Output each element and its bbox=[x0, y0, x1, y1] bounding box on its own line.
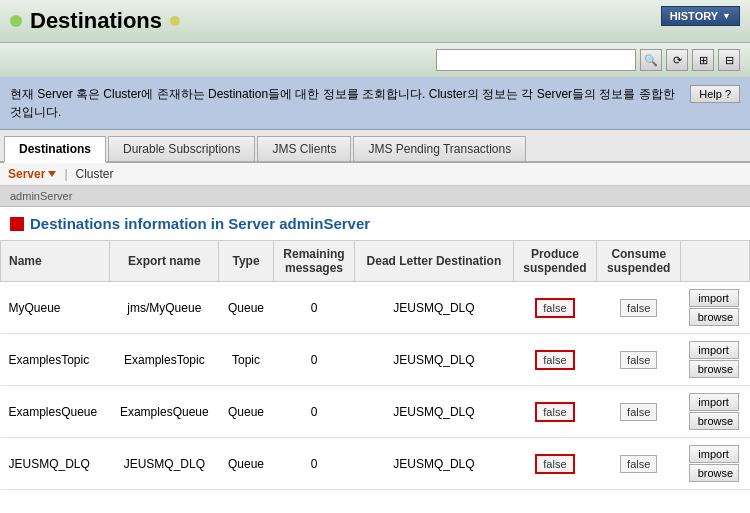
search-input[interactable] bbox=[436, 49, 636, 71]
search-icon-btn[interactable]: 🔍 bbox=[640, 49, 662, 71]
cell-dead-letter: JEUSMQ_DLQ bbox=[355, 282, 513, 334]
table-row: ExamplesQueue ExamplesQueue Queue 0 JEUS… bbox=[1, 386, 750, 438]
server-name-label: adminServer bbox=[10, 190, 72, 202]
tab-durable-subscriptions[interactable]: Durable Subscriptions bbox=[108, 136, 255, 161]
col-consume-suspended: Consumesuspended bbox=[597, 241, 681, 282]
consume-suspended-btn[interactable]: false bbox=[620, 455, 657, 473]
expand-icon-btn[interactable]: ⊞ bbox=[692, 49, 714, 71]
cell-remaining: 0 bbox=[273, 438, 355, 490]
col-export-name: Export name bbox=[110, 241, 219, 282]
subtab-divider: | bbox=[64, 167, 67, 181]
import-button[interactable]: import bbox=[689, 341, 739, 359]
cell-type: Queue bbox=[219, 386, 273, 438]
cell-remaining: 0 bbox=[273, 386, 355, 438]
consume-suspended-btn[interactable]: false bbox=[620, 351, 657, 369]
cell-actions: import browse bbox=[681, 438, 750, 490]
cell-name: JEUSMQ_DLQ bbox=[1, 438, 110, 490]
subtab-server-label: Server bbox=[8, 167, 45, 181]
browse-button[interactable]: browse bbox=[689, 360, 739, 378]
cell-actions: import browse bbox=[681, 282, 750, 334]
table-header-row: Name Export name Type Remainingmessages … bbox=[1, 241, 750, 282]
cell-actions: import browse bbox=[681, 334, 750, 386]
page-title: Destinations bbox=[10, 8, 740, 34]
table-row: MyQueue jms/MyQueue Queue 0 JEUSMQ_DLQ f… bbox=[1, 282, 750, 334]
browse-button[interactable]: browse bbox=[689, 308, 739, 326]
cell-export-name: ExamplesTopic bbox=[110, 334, 219, 386]
browse-button[interactable]: browse bbox=[689, 464, 739, 482]
produce-suspended-btn[interactable]: false bbox=[535, 350, 574, 370]
cell-type: Queue bbox=[219, 282, 273, 334]
history-arrow-icon: ▼ bbox=[722, 11, 731, 21]
cell-name: ExamplesTopic bbox=[1, 334, 110, 386]
cell-name: MyQueue bbox=[1, 282, 110, 334]
import-button[interactable]: import bbox=[689, 289, 739, 307]
collapse-icon-btn[interactable]: ⊟ bbox=[718, 49, 740, 71]
browse-button[interactable]: browse bbox=[689, 412, 739, 430]
red-flag-icon bbox=[10, 217, 24, 231]
cell-produce-suspended: false bbox=[513, 386, 597, 438]
cell-remaining: 0 bbox=[273, 282, 355, 334]
tab-jms-clients[interactable]: JMS Clients bbox=[257, 136, 351, 161]
produce-suspended-btn[interactable]: false bbox=[535, 298, 574, 318]
green-dot-icon bbox=[10, 15, 22, 27]
consume-suspended-btn[interactable]: false bbox=[620, 299, 657, 317]
tab-destinations[interactable]: Destinations bbox=[4, 136, 106, 163]
import-button[interactable]: import bbox=[689, 445, 739, 463]
tab-jms-pending-transactions[interactable]: JMS Pending Transactions bbox=[353, 136, 526, 161]
cell-actions: import browse bbox=[681, 386, 750, 438]
server-arrow-icon bbox=[48, 171, 56, 177]
header: Destinations HISTORY ▼ bbox=[0, 0, 750, 43]
table-row: ExamplesTopic ExamplesTopic Topic 0 JEUS… bbox=[1, 334, 750, 386]
col-remaining: Remainingmessages bbox=[273, 241, 355, 282]
col-type: Type bbox=[219, 241, 273, 282]
cell-export-name: ExamplesQueue bbox=[110, 386, 219, 438]
cell-dead-letter: JEUSMQ_DLQ bbox=[355, 334, 513, 386]
section-title-text: Destinations information in Server admin… bbox=[30, 215, 370, 232]
subtabs-row: Server | Cluster bbox=[0, 163, 750, 186]
subtab-cluster[interactable]: Cluster bbox=[76, 167, 114, 181]
cell-produce-suspended: false bbox=[513, 282, 597, 334]
cell-export-name: JEUSMQ_DLQ bbox=[110, 438, 219, 490]
cell-consume-suspended: false bbox=[597, 282, 681, 334]
cell-consume-suspended: false bbox=[597, 438, 681, 490]
help-button[interactable]: Help ? bbox=[690, 85, 740, 103]
cell-consume-suspended: false bbox=[597, 334, 681, 386]
subtab-server[interactable]: Server bbox=[8, 167, 56, 181]
col-name: Name bbox=[1, 241, 110, 282]
yellow-dot-icon bbox=[170, 16, 180, 26]
consume-suspended-btn[interactable]: false bbox=[620, 403, 657, 421]
cell-produce-suspended: false bbox=[513, 438, 597, 490]
tabs-row: Destinations Durable Subscriptions JMS C… bbox=[0, 130, 750, 163]
search-row: 🔍 ⟳ ⊞ ⊟ bbox=[0, 43, 750, 77]
cell-type: Topic bbox=[219, 334, 273, 386]
col-actions bbox=[681, 241, 750, 282]
cell-dead-letter: JEUSMQ_DLQ bbox=[355, 438, 513, 490]
produce-suspended-btn[interactable]: false bbox=[535, 402, 574, 422]
cell-produce-suspended: false bbox=[513, 334, 597, 386]
section-header: adminServer bbox=[0, 186, 750, 207]
refresh-icon-btn[interactable]: ⟳ bbox=[666, 49, 688, 71]
info-box: 현재 Server 혹은 Cluster에 존재하는 Destination들에… bbox=[0, 77, 750, 130]
col-dead-letter: Dead Letter Destination bbox=[355, 241, 513, 282]
cell-export-name: jms/MyQueue bbox=[110, 282, 219, 334]
destinations-table: Name Export name Type Remainingmessages … bbox=[0, 240, 750, 490]
history-button[interactable]: HISTORY ▼ bbox=[661, 6, 740, 26]
produce-suspended-btn[interactable]: false bbox=[535, 454, 574, 474]
cell-name: ExamplesQueue bbox=[1, 386, 110, 438]
section-title-row: Destinations information in Server admin… bbox=[0, 207, 750, 240]
import-button[interactable]: import bbox=[689, 393, 739, 411]
cell-consume-suspended: false bbox=[597, 386, 681, 438]
cell-type: Queue bbox=[219, 438, 273, 490]
info-text: 현재 Server 혹은 Cluster에 존재하는 Destination들에… bbox=[10, 85, 680, 121]
table-row: JEUSMQ_DLQ JEUSMQ_DLQ Queue 0 JEUSMQ_DLQ… bbox=[1, 438, 750, 490]
cell-remaining: 0 bbox=[273, 334, 355, 386]
cell-dead-letter: JEUSMQ_DLQ bbox=[355, 386, 513, 438]
col-produce-suspended: Producesuspended bbox=[513, 241, 597, 282]
